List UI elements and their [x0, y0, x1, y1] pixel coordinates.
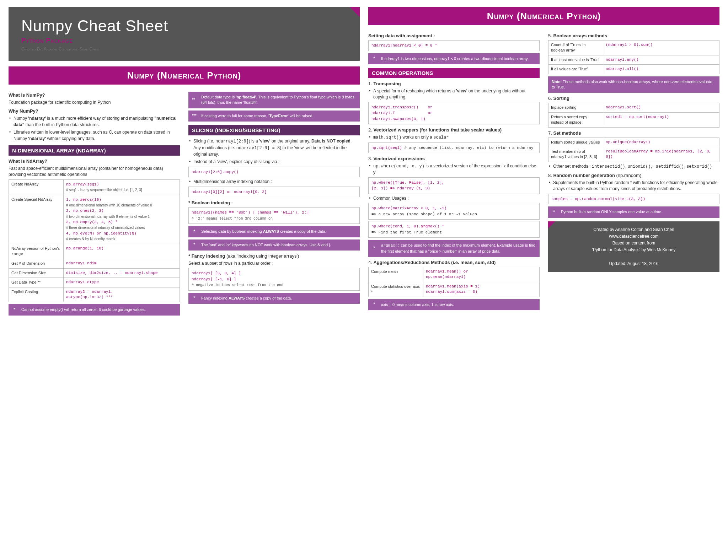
list-item: np.where(cond, x, y) is a vectorized ver…	[373, 163, 540, 176]
list-item: A special form of reshaping which return…	[373, 88, 540, 101]
ndarray-table: Create NdArraynp.array(seq1)# seq1 - is …	[9, 179, 180, 302]
sort-table: Inplace sortingndarray1.sort() Return a …	[548, 103, 719, 127]
tip-axis: axis = 0 means column axis, 1 is row axi…	[368, 299, 540, 310]
list-item: Numpy 'ndarray' is a much more efficient…	[14, 115, 180, 128]
list-item: Supplements the built-in Python random *…	[553, 180, 719, 192]
item-heading: 1. Transposing	[368, 81, 540, 86]
item-heading: 7. Set methods	[548, 130, 719, 136]
tip-typeerror: ***If casting were to fail for some reas…	[188, 111, 360, 122]
tip-argmax: argmax() can be used to find the index o…	[368, 240, 540, 257]
list-item: Multidimensional array indexing notation…	[193, 179, 360, 185]
tip-random: Python built-in random ONLY samples one …	[548, 206, 719, 217]
tip-fancy-copy: Fancy indexing ALWAYS creates a copy of …	[188, 293, 360, 304]
text: Foundation package for scientific comput…	[9, 99, 180, 106]
text: Select a subset of rows in a particular …	[188, 260, 360, 266]
set-table: Return sorted unique valuesnp.unique(nda…	[548, 138, 719, 162]
item-heading: 4. Aggregations/Reductions Methods (i.e.…	[368, 260, 540, 265]
item-heading: 6. Sorting	[548, 96, 719, 101]
code: ndarray1[ndarray1 < 0] = 0 *	[368, 40, 540, 51]
item-heading: 8. Random number generation (np.random)	[548, 173, 719, 178]
list-item: Instead of a 'view', explicit copy of sl…	[193, 159, 360, 165]
item-heading: 2. Vectorized wrappers (for functions th…	[368, 127, 540, 133]
list-item: Other set methods : intersect1d(),union1…	[553, 163, 719, 170]
doc-title: Numpy Cheat Sheet	[21, 17, 347, 35]
tip-andor: The 'and' and 'or' keywords do NOT work …	[188, 239, 360, 251]
code: np.where([True, False], [1, 2], [2, 3]) …	[368, 177, 540, 194]
tip-2d-bool: If ndarray1 is two-dimensions, ndarray1 …	[368, 53, 540, 64]
sub-banner-slicing: SLICING (INDEXING/SUBSETTING)	[188, 125, 360, 135]
code: ndarray1[(names == 'Bob') | (names == 'W…	[188, 207, 360, 224]
code: ndarray1[ [3, 8, 4] ]ndarray1[ [-1, 6] ]…	[188, 268, 360, 291]
bool-table: Count # of 'Trues' in boolean array(ndar…	[548, 40, 719, 74]
title-card: Numpy Cheat Sheet Python Package Created…	[9, 7, 360, 61]
code: ndarray1[0][2] or ndarray1[0, 2]	[188, 187, 360, 198]
list-item: math.sqrt() works on only a scalar	[373, 134, 540, 141]
doc-credit: Created By: Arianne Colton and Sean Chen	[21, 47, 347, 52]
note-bool: Note: These methods also work with non-b…	[548, 76, 719, 93]
tip-bool-copy: Selecting data by boolean indexing ALWAY…	[188, 226, 360, 237]
list-item: Slicing (i.e. ndarray1[2:6]) is a 'view'…	[193, 138, 360, 157]
item-heading: 3. Vectorized expressions	[368, 156, 540, 161]
code: ndarray1.transpose() or ndarray1.T or nd…	[368, 102, 540, 125]
code: np.where(matrixArray > 0, 1, -1)=> a new…	[368, 203, 540, 220]
section-banner-right: Numpy (Numerical Python)	[368, 7, 719, 25]
tip-empty: Cannot assume empty() will return all ze…	[9, 304, 180, 315]
tip-float64: **Default data type is 'np.float64'. Thi…	[188, 92, 360, 108]
code: ndarray1[2:6].copy()	[188, 167, 360, 178]
list-item: Common Usages :	[373, 195, 540, 201]
heading-bool: * Boolean indexing :	[188, 200, 360, 205]
heading-fancy: * Fancy indexing (aka 'indexing using in…	[188, 253, 360, 259]
agg-table: Compute meanndarray1.mean() or np.mean(n…	[368, 267, 540, 297]
list-item: Libraries written in lower-level languag…	[14, 129, 180, 142]
heading-why: Why NumPy?	[9, 108, 180, 114]
heading-what: What is NumPy?	[9, 92, 180, 98]
footer-card: Created by Arianne Colton and Sean Chen …	[548, 221, 719, 272]
text: Fast and space-efficient multidimensiona…	[9, 166, 180, 178]
sub-banner-ndarray: N-DIMENSIONAL ARRAY (NDARRAY)	[9, 145, 180, 156]
sub-banner-common: COMMON OPERATIONS	[368, 68, 540, 78]
doc-subtitle: Python Package	[21, 37, 347, 44]
item-heading: 5. Boolean arrays methods	[548, 33, 719, 38]
code: np.where(cond, 1, 0).argmax() *=> Find t…	[368, 221, 540, 238]
heading-ndarray: What is NdArray?	[9, 158, 180, 164]
code: np.sqrt(seq1) # any sequence (list, ndar…	[368, 142, 540, 154]
code: samples = np.random.normal(size =(3, 3))	[548, 194, 719, 205]
section-banner-left: Numpy (Numerical Python)	[9, 66, 360, 85]
heading-setting: Setting data with assignment :	[368, 33, 540, 38]
